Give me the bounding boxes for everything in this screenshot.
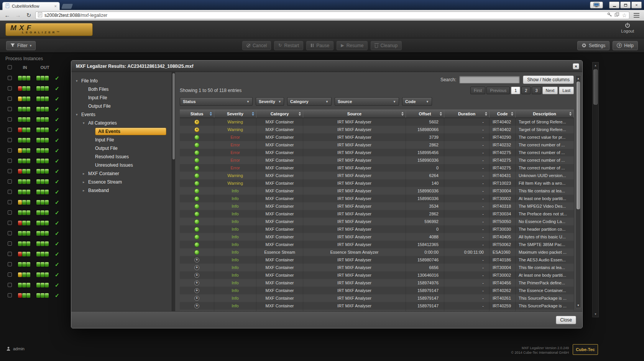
row-checkbox[interactable] — [8, 128, 12, 132]
event-row[interactable]: +InfoMXF ContainerIRT MXF Analyser158982… — [180, 310, 574, 311]
reload-button[interactable]: ↻ — [25, 11, 33, 19]
column-header-category[interactable]: Category — [256, 110, 303, 118]
filter-select-status[interactable]: Status▼ — [180, 97, 253, 106]
row-checkbox[interactable] — [8, 262, 12, 266]
key-icon[interactable] — [607, 12, 612, 19]
filter-button[interactable]: Filter ▾ — [6, 41, 36, 50]
row-checkbox[interactable] — [8, 252, 12, 256]
event-row[interactable]: ErrorMXF ContainerIRT MXF Analyser158990… — [180, 156, 574, 164]
cleanup-button[interactable]: Cleanup — [371, 41, 402, 50]
frames-icon[interactable] — [614, 12, 619, 19]
event-row[interactable]: +WarningMXF ContainerIRT MXF Analyser560… — [180, 118, 574, 126]
new-tab-button[interactable] — [61, 4, 73, 9]
tree-item-all-categories[interactable]: ▾All Categories — [71, 119, 172, 127]
event-row[interactable]: InfoMXF ContainerIRT MXF Analyser1584123… — [180, 241, 574, 248]
event-row[interactable]: WarningMXF ContainerIRT MXF Analyser140-… — [180, 179, 574, 187]
tree-item-mxf-container[interactable]: ▸MXF Container — [71, 169, 172, 178]
event-row[interactable]: InfoMXF ContainerIRT MXF Analyser1589903… — [180, 195, 574, 202]
tree-arrow-icon[interactable]: ▸ — [83, 189, 88, 192]
tree-arrow-icon[interactable]: ▸ — [83, 172, 88, 176]
row-checkbox[interactable] — [8, 97, 12, 101]
tree-item-resolved-issues[interactable]: Resolved Issues — [71, 153, 172, 161]
settings-button[interactable]: Settings — [577, 41, 610, 50]
row-checkbox[interactable] — [8, 210, 12, 215]
event-row[interactable]: +InfoMXF ContainerIRT MXF Analyser158979… — [180, 294, 574, 302]
event-row[interactable]: +InfoMXF ContainerIRT MXF Analyser6656-I… — [180, 264, 574, 271]
tree-item-input-file[interactable]: Input File — [71, 136, 172, 144]
tree-arrow-icon[interactable]: ▾ — [76, 113, 81, 117]
event-row[interactable]: +InfoMXF ContainerIRT MXF Analyser158979… — [180, 287, 574, 294]
event-row[interactable]: +WarningMXF ContainerIRT MXF Analyser158… — [180, 126, 574, 133]
row-checkbox[interactable] — [8, 138, 12, 142]
search-input[interactable] — [459, 76, 520, 84]
modal-close-button[interactable]: × — [573, 63, 579, 69]
minimize-button[interactable] — [609, 2, 619, 8]
tree-item-file-info[interactable]: ▾File Info — [71, 77, 172, 85]
event-row[interactable]: +InfoMXF ContainerIRT MXF Analyser158974… — [180, 279, 574, 287]
tree-item-input-file[interactable]: Input File — [71, 94, 172, 102]
table-scrollbar-thumb[interactable] — [577, 82, 580, 209]
column-header-source[interactable]: Source — [303, 110, 406, 118]
event-row[interactable]: InfoMXF ContainerIRT MXF Analyser0-IRT30… — [180, 225, 574, 233]
event-row[interactable]: +InfoMXF ContainerIRT MXF Analyser158979… — [180, 302, 574, 310]
row-checkbox[interactable] — [8, 200, 12, 204]
event-row[interactable]: +InfoMXF ContainerIRT MXF Analyser130646… — [180, 271, 574, 279]
table-scrollbar[interactable]: ▲ ▼ — [575, 75, 581, 308]
tree-item-output-file[interactable]: Output File — [71, 102, 172, 110]
row-checkbox[interactable] — [8, 159, 12, 163]
pause-button[interactable]: Pause — [306, 41, 334, 50]
row-checkbox[interactable] — [8, 179, 12, 184]
event-row[interactable]: InfoMXF ContainerIRT MXF Analyser2862-IR… — [180, 210, 574, 218]
resume-button[interactable]: ▶Resume — [337, 41, 368, 50]
event-row[interactable]: ErrorMXF ContainerIRT MXF Analyser158995… — [180, 149, 574, 156]
row-checkbox[interactable] — [8, 272, 12, 277]
row-checkbox[interactable] — [8, 241, 12, 246]
event-row[interactable]: ErrorMXF ContainerIRT MXF Analyser2862-I… — [180, 141, 574, 149]
row-checkbox[interactable] — [8, 293, 12, 297]
row-checkbox[interactable] — [8, 117, 12, 121]
tree-arrow-icon[interactable]: ▸ — [83, 180, 88, 184]
event-row[interactable]: InfoMXF ContainerIRT MXF Analyser3534-IR… — [180, 202, 574, 210]
column-header-offset[interactable]: Offset — [406, 110, 444, 118]
back-button[interactable]: ← — [3, 11, 12, 19]
page-button-first[interactable]: First — [470, 87, 485, 94]
tree-item-events[interactable]: ▾Events — [71, 110, 172, 119]
filter-select-code[interactable]: Code▼ — [402, 97, 432, 106]
tree-item-both-files[interactable]: Both Files — [71, 85, 172, 94]
page-button-3[interactable]: 3 — [532, 87, 541, 94]
forward-button[interactable]: → — [14, 11, 22, 19]
help-button[interactable]: ? Help — [613, 41, 638, 50]
scroll-down-icon[interactable]: ▼ — [593, 311, 598, 317]
column-header-severity[interactable]: Severity — [214, 110, 256, 118]
display-button[interactable] — [590, 2, 603, 8]
row-checkbox[interactable] — [8, 190, 12, 194]
bookmark-star-icon[interactable]: ☆ — [622, 13, 627, 18]
event-row[interactable]: InfoMXF ContainerIRT MXF Analyser1589903… — [180, 187, 574, 195]
column-header-status[interactable]: Status — [180, 110, 214, 118]
event-row[interactable]: ErrorMXF ContainerIRT MXF Analyser0-IRT4… — [180, 164, 574, 172]
page-button-next[interactable]: Next — [542, 87, 558, 94]
row-checkbox[interactable] — [8, 148, 12, 153]
row-checkbox[interactable] — [8, 107, 12, 111]
row-checkbox[interactable] — [8, 169, 12, 173]
event-row[interactable]: WarningMXF ContainerIRT MXF Analyser6264… — [180, 172, 574, 179]
menu-button[interactable] — [632, 11, 641, 19]
tree-arrow-icon[interactable]: ▾ — [83, 121, 88, 125]
page-button-last[interactable]: Last — [559, 87, 574, 94]
column-header-duration[interactable]: Duration — [444, 110, 490, 118]
scrollbar-thumb[interactable] — [593, 69, 598, 105]
tree-item-unresolved-issues[interactable]: Unresolved Issues — [71, 161, 172, 169]
browser-tab[interactable]: CubeWorkflow × — [2, 2, 60, 10]
row-checkbox[interactable] — [8, 221, 12, 225]
tree-arrow-icon[interactable]: ▾ — [76, 79, 81, 83]
row-checkbox[interactable] — [8, 86, 12, 90]
filter-select-source[interactable]: Source▼ — [335, 97, 399, 106]
filter-select-severity[interactable]: Severity▼ — [256, 97, 284, 106]
column-header-code[interactable]: Code — [490, 110, 516, 118]
page-button-2[interactable]: 2 — [521, 87, 531, 94]
tab-close-icon[interactable]: × — [54, 4, 57, 8]
event-row[interactable]: InfoEssence StreamEssence Stream Analyze… — [180, 248, 574, 256]
table-scroll-up-icon[interactable]: ▲ — [576, 75, 581, 81]
scroll-up-icon[interactable]: ▲ — [593, 62, 598, 68]
event-row[interactable]: +InfoMXF ContainerIRT MXF Analyser158980… — [180, 256, 574, 264]
